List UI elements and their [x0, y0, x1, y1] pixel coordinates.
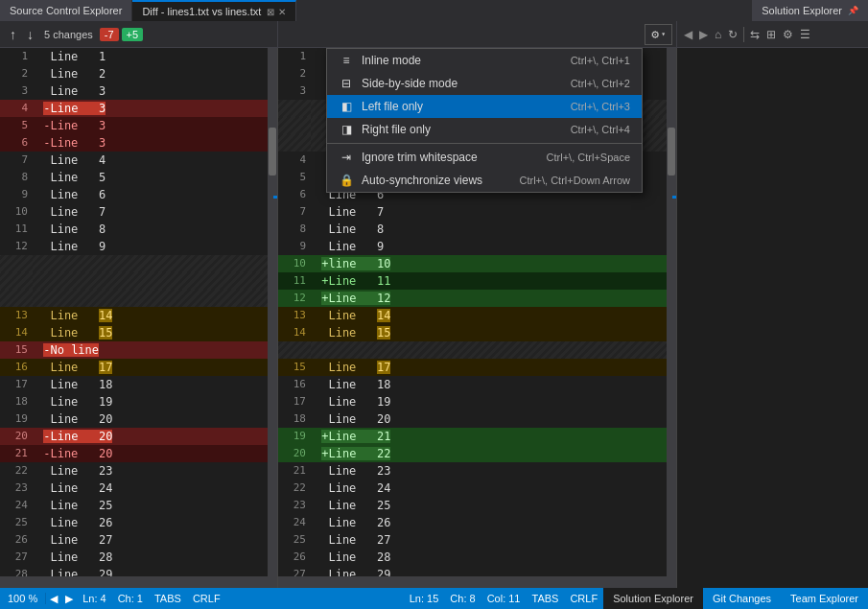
left-tabs: TABS	[149, 593, 187, 604]
left-diff-panel: 1234567891011121314151617181920212223242…	[0, 48, 278, 588]
right-ln: Ln: 15	[404, 593, 445, 604]
sol-menu-btn[interactable]: ☰	[797, 26, 813, 43]
right-ch: Ch: 8	[444, 593, 481, 604]
right-vscroll[interactable]	[667, 48, 676, 576]
menu-icon-inline: ≡	[339, 54, 354, 67]
solution-explorer-tab[interactable]: Solution Explorer	[603, 588, 703, 609]
down-button[interactable]: ↓	[23, 25, 37, 44]
left-ln: Ln: 4	[77, 593, 111, 604]
source-toolbar: ↑ ↓ 5 changes -7 +5	[0, 21, 278, 47]
menu-label-sidebyside: Side-by-side mode	[362, 77, 563, 90]
menu-label-rightonly: Right file only	[362, 123, 563, 136]
menu-label-inline: Inline mode	[362, 54, 563, 67]
diff-tab-pin[interactable]: ⊠	[267, 7, 274, 17]
left-vscroll[interactable]	[268, 48, 277, 576]
left-line-numbers: 1234567891011121314151617181920212223242…	[0, 48, 33, 576]
menu-label-autosync: Auto-synchronize views	[362, 174, 511, 187]
right-col: Col: 11	[481, 593, 527, 604]
sol-home-btn[interactable]: ⌂	[712, 26, 724, 43]
left-hscroll[interactable]	[0, 576, 277, 588]
left-ch: Ch: 1	[112, 593, 149, 604]
source-tab[interactable]: Source Control Explorer	[0, 0, 132, 21]
sol-gear-btn[interactable]: ⚙	[780, 26, 796, 43]
sol-back-btn[interactable]: ◀	[681, 26, 695, 43]
dropdown-menu: ≡Inline modeCtrl+\, Ctrl+1⊟Side-by-side …	[326, 48, 643, 193]
sol-refresh-btn[interactable]: ↻	[725, 26, 740, 43]
diff-tab-close[interactable]: ✕	[278, 7, 286, 17]
solution-panel	[676, 48, 868, 588]
menu-shortcut-sidebyside: Ctrl+\, Ctrl+2	[571, 78, 630, 89]
left-crlf: CRLF	[187, 593, 226, 604]
menu-label-leftonly: Left file only	[362, 100, 563, 113]
menu-icon-rightonly: ◨	[339, 123, 354, 136]
solution-tab[interactable]: Solution Explorer 📌	[751, 0, 868, 21]
gear-arrow-icon: ▾	[661, 30, 666, 38]
right-nav-btn[interactable]: ▶	[61, 593, 77, 605]
menu-shortcut-leftonly: Ctrl+\, Ctrl+3	[571, 101, 630, 112]
menu-item-leftonly[interactable]: ◧Left file onlyCtrl+\, Ctrl+3	[327, 95, 642, 118]
neg-badge: -7	[100, 28, 119, 41]
pos-badge: +5	[122, 28, 144, 41]
zoom-level[interactable]: 100 %	[0, 593, 46, 604]
solution-toolbar: ◀ ▶ ⌂ ↻ ⇆ ⊞ ⚙ ☰	[676, 21, 868, 47]
sol-split-btn[interactable]: ⊞	[763, 26, 779, 43]
diff-tab-label: Diff - lines1.txt vs lines.txt	[142, 6, 261, 17]
solution-tab-label: Solution Explorer	[762, 5, 842, 16]
diff-tab[interactable]: Diff - lines1.txt vs lines.txt ⊠ ✕	[132, 0, 296, 21]
right-line-numbers: 1234567891011121314151617181920212223242…	[278, 48, 311, 576]
right-crlf: CRLF	[564, 593, 603, 604]
menu-icon-trim: ⇥	[339, 151, 354, 164]
up-button[interactable]: ↑	[6, 25, 20, 44]
menu-shortcut-trim: Ctrl+\, Ctrl+Space	[547, 152, 630, 163]
gear-dropdown-btn[interactable]: ⚙ ▾	[645, 24, 672, 45]
menu-shortcut-autosync: Ctrl+\, Ctrl+Down Arrow	[519, 175, 630, 186]
git-changes-tab[interactable]: Git Changes	[703, 588, 781, 609]
gear-icon: ⚙	[651, 27, 659, 42]
left-nav-btn[interactable]: ◀	[46, 593, 61, 605]
menu-item-autosync[interactable]: 🔒Auto-synchronize viewsCtrl+\, Ctrl+Down…	[327, 169, 642, 192]
sol-sync-btn[interactable]: ⇆	[747, 26, 762, 43]
sol-forward-btn[interactable]: ▶	[696, 26, 711, 43]
diff-toolbar: ⚙ ▾	[278, 21, 676, 47]
menu-icon-leftonly: ◧	[339, 100, 354, 113]
menu-icon-autosync: 🔒	[339, 174, 354, 187]
menu-label-trim: Ignore trim whitespace	[362, 151, 539, 164]
left-code-content[interactable]: Line 1 Line 2 Line 3 -Line 3 -Line 3 -Li…	[33, 48, 268, 576]
right-tabs: TABS	[526, 593, 564, 604]
menu-item-trim[interactable]: ⇥Ignore trim whitespaceCtrl+\, Ctrl+Spac…	[327, 146, 642, 169]
menu-shortcut-inline: Ctrl+\, Ctrl+1	[571, 55, 630, 66]
menu-shortcut-rightonly: Ctrl+\, Ctrl+4	[571, 124, 630, 135]
solution-pin[interactable]: 📌	[848, 6, 858, 15]
source-tab-label: Source Control Explorer	[10, 5, 122, 16]
team-explorer-tab[interactable]: Team Explorer	[781, 588, 868, 609]
status-bar: 100 % ◀ ▶ Ln: 4 Ch: 1 TABS CRLF Ln: 15 C…	[0, 588, 868, 609]
menu-item-inline[interactable]: ≡Inline modeCtrl+\, Ctrl+1	[327, 49, 642, 72]
menu-item-rightonly[interactable]: ◨Right file onlyCtrl+\, Ctrl+4	[327, 118, 642, 141]
menu-icon-sidebyside: ⊟	[339, 77, 354, 90]
right-hscroll[interactable]	[278, 576, 676, 588]
menu-item-sidebyside[interactable]: ⊟Side-by-side modeCtrl+\, Ctrl+2	[327, 72, 642, 95]
changes-label: 5 changes	[40, 29, 97, 40]
left-code-view[interactable]: 1234567891011121314151617181920212223242…	[0, 48, 277, 576]
